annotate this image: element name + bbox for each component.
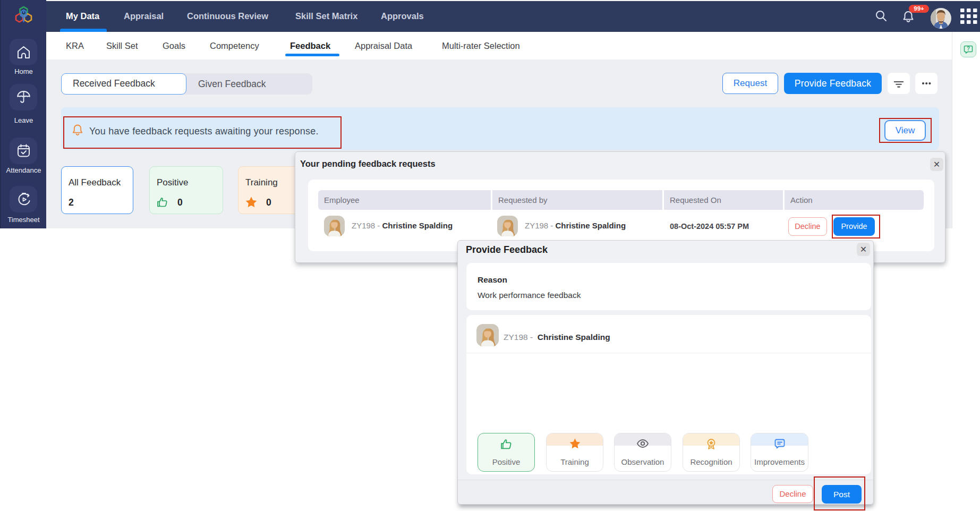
svg-text:?: ? (967, 46, 970, 52)
